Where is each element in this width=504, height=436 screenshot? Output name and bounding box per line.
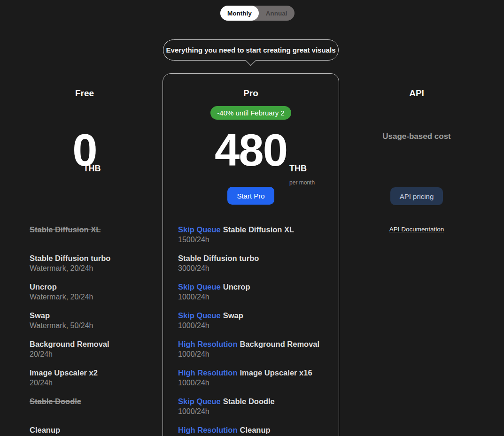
free-price-amount: 0 THB bbox=[72, 128, 96, 173]
api-pricing-button[interactable]: API pricing bbox=[390, 187, 443, 205]
plan-title-pro: Pro bbox=[163, 88, 339, 99]
feature-detail: 1000/24h bbox=[178, 292, 333, 302]
feature-item: Skip QueueStable Diffusion XL 1500/24h bbox=[178, 224, 333, 245]
feature-detail: Watermark, 50/24h bbox=[30, 321, 159, 331]
feature-title: High ResolutionImage Upscaler x16 bbox=[178, 367, 333, 378]
feature-detail: 3000/24h bbox=[178, 263, 333, 274]
feature-item: Cleanup bbox=[30, 425, 159, 436]
api-documentation-link[interactable]: API Documentation bbox=[389, 226, 444, 233]
feature-item: Swap Watermark, 50/24h bbox=[30, 310, 159, 331]
feature-highlight: Skip Queue bbox=[178, 311, 221, 320]
feature-detail: 1000/24h bbox=[178, 349, 333, 360]
start-pro-button[interactable]: Start Pro bbox=[227, 187, 274, 205]
feature-title: Skip QueueStable Doodle bbox=[178, 396, 333, 406]
free-price-currency: THB bbox=[83, 164, 101, 173]
pro-feature-list: Skip QueueStable Diffusion XL 1500/24h S… bbox=[178, 224, 333, 436]
feature-title: Stable Doodle bbox=[30, 396, 159, 406]
discount-badge: -40% until February 2 bbox=[210, 106, 291, 120]
tooltip-tail bbox=[246, 55, 256, 66]
feature-title: High ResolutionCleanup bbox=[178, 425, 333, 435]
feature-item: Image Upscaler x2 20/24h bbox=[30, 367, 159, 388]
feature-item: Stable Diffusion turbo Watermark, 20/24h bbox=[30, 253, 159, 274]
feature-detail: 20/24h bbox=[30, 378, 159, 388]
feature-item: Stable Diffusion turbo 3000/24h bbox=[178, 253, 333, 274]
billing-toggle[interactable]: Monthly Annual bbox=[220, 6, 295, 21]
feature-item: High ResolutionImage Upscaler x16 1000/2… bbox=[178, 367, 333, 388]
api-doc-link-row: API Documentation bbox=[353, 225, 480, 233]
feature-highlight: High Resolution bbox=[178, 340, 238, 348]
pro-price: 480 THB per month bbox=[163, 128, 339, 173]
feature-title: Stable Diffusion XL bbox=[30, 224, 159, 235]
feature-highlight: Skip Queue bbox=[178, 283, 221, 291]
feature-item: Uncrop Watermark, 20/24h bbox=[30, 282, 159, 302]
feature-detail: Watermark, 20/24h bbox=[30, 263, 159, 274]
tooltip-text: Everything you need to start creating gr… bbox=[166, 46, 336, 54]
feature-item: Skip QueueSwap 1000/24h bbox=[178, 310, 333, 331]
plan-title-api: API bbox=[353, 88, 480, 99]
feature-title: Skip QueueSwap bbox=[178, 310, 333, 321]
feature-item: Background Removal 20/24h bbox=[30, 339, 159, 360]
feature-title: Stable Diffusion turbo bbox=[178, 253, 333, 263]
pro-price-amount: 480 THB per month bbox=[215, 128, 287, 173]
feature-title: Background Removal bbox=[30, 339, 159, 349]
free-feature-list: Stable Diffusion XL Stable Diffusion tur… bbox=[30, 224, 159, 436]
feature-detail: Watermark, 20/24h bbox=[30, 292, 159, 302]
feature-highlight: Skip Queue bbox=[178, 397, 221, 405]
feature-title: High ResolutionBackground Removal bbox=[178, 339, 333, 349]
feature-title: Stable Diffusion turbo bbox=[30, 253, 159, 263]
feature-item: Skip QueueStable Doodle 1000/24h bbox=[178, 396, 333, 417]
feature-title: Skip QueueUncrop bbox=[178, 282, 333, 292]
feature-title: Swap bbox=[30, 310, 159, 321]
feature-title: Image Upscaler x2 bbox=[30, 367, 159, 378]
plan-title-free: Free bbox=[21, 88, 148, 99]
pro-price-currency: THB bbox=[289, 164, 307, 173]
feature-detail: 1000/24h bbox=[178, 321, 333, 331]
feature-detail: 1000/24h bbox=[178, 378, 333, 388]
feature-title: Cleanup bbox=[30, 425, 159, 435]
billing-toggle-annual[interactable]: Annual bbox=[259, 6, 295, 21]
tooltip-bubble: Everything you need to start creating gr… bbox=[163, 39, 339, 61]
feature-item: Skip QueueUncrop 1000/24h bbox=[178, 282, 333, 302]
feature-detail: 1500/24h bbox=[178, 235, 333, 245]
api-usage-label: Usage-based cost bbox=[353, 132, 480, 141]
feature-item: High ResolutionCleanup bbox=[178, 425, 333, 436]
feature-title: Uncrop bbox=[30, 282, 159, 292]
feature-highlight: High Resolution bbox=[178, 426, 238, 434]
feature-item: Stable Doodle bbox=[30, 396, 159, 417]
feature-title: Skip QueueStable Diffusion XL bbox=[178, 224, 333, 235]
pro-price-period: per month bbox=[289, 180, 315, 185]
feature-item: High ResolutionBackground Removal 1000/2… bbox=[178, 339, 333, 360]
billing-toggle-monthly[interactable]: Monthly bbox=[220, 6, 259, 21]
feature-detail: 20/24h bbox=[30, 349, 159, 360]
discount-badge-row: -40% until February 2 bbox=[163, 106, 339, 120]
feature-highlight: High Resolution bbox=[178, 368, 238, 377]
feature-item: Stable Diffusion XL bbox=[30, 224, 159, 245]
feature-highlight: Skip Queue bbox=[178, 225, 221, 234]
feature-detail: 1000/24h bbox=[178, 406, 333, 417]
free-price: 0 THB bbox=[21, 128, 148, 173]
